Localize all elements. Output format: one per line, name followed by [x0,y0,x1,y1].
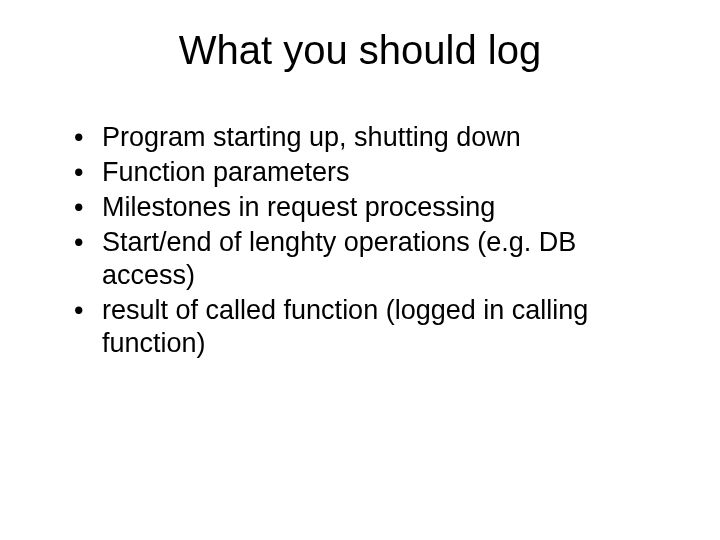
slide-title: What you should log [50,28,670,73]
list-item: Program starting up, shutting down [74,121,670,154]
list-item: Function parameters [74,156,670,189]
slide: What you should log Program starting up,… [0,0,720,540]
list-item: Milestones in request processing [74,191,670,224]
list-item: result of called function (logged in cal… [74,294,670,360]
list-item: Start/end of lenghty operations (e.g. DB… [74,226,670,292]
bullet-list: Program starting up, shutting down Funct… [50,121,670,360]
